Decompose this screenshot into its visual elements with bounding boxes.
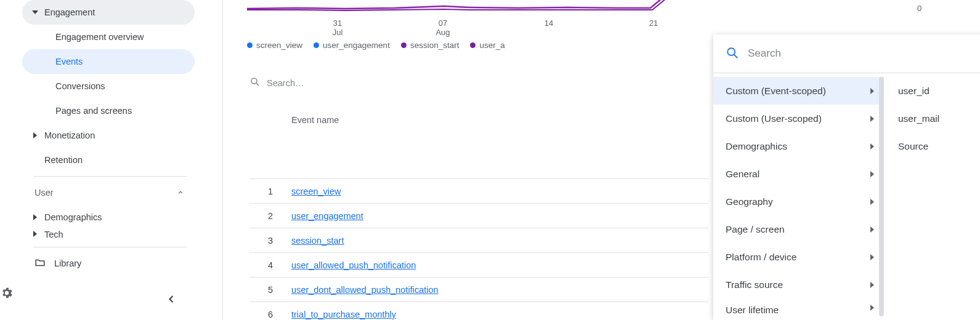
legend-dot-icon bbox=[470, 42, 476, 48]
sidebar-group-tech[interactable]: Tech bbox=[22, 230, 195, 243]
category-label: User lifetime bbox=[726, 305, 779, 316]
category-page-screen[interactable]: Page / screen bbox=[713, 215, 884, 243]
sidebar-item-events[interactable]: Events bbox=[22, 49, 195, 74]
sidebar-item-conversions[interactable]: Conversions bbox=[22, 74, 195, 98]
event-link[interactable]: trial_to_purchase_monthly bbox=[291, 310, 396, 319]
folder-icon bbox=[34, 257, 46, 270]
legend-item[interactable]: user_engagement bbox=[314, 41, 390, 50]
sidebar-item-retention[interactable]: Retention bbox=[22, 148, 195, 172]
dimension-source[interactable]: Source bbox=[885, 132, 980, 160]
search-icon bbox=[726, 46, 739, 62]
dimension-user-mail[interactable]: user_mail bbox=[885, 105, 980, 132]
legend-item[interactable]: user_a bbox=[470, 41, 504, 50]
category-label: Custom (Event-scoped) bbox=[726, 86, 826, 97]
category-platform-device[interactable]: Platform / device bbox=[713, 243, 884, 271]
chevron-right-icon bbox=[869, 305, 875, 311]
collapse-sidebar-button[interactable] bbox=[165, 293, 180, 308]
dimension-user-id[interactable]: user_id bbox=[885, 77, 980, 105]
svg-point-2 bbox=[727, 48, 735, 55]
chevron-right-icon bbox=[869, 226, 875, 233]
chevron-right-icon bbox=[869, 116, 875, 122]
popover-search-input[interactable] bbox=[748, 47, 980, 60]
chevron-right-icon bbox=[869, 171, 875, 177]
table-search bbox=[249, 76, 705, 89]
category-label: Geography bbox=[726, 196, 773, 207]
x-tick: 21 bbox=[649, 18, 658, 28]
chevron-right-icon bbox=[869, 199, 875, 205]
row-index: 2 bbox=[249, 211, 286, 221]
sidebar-item-label: Library bbox=[54, 258, 81, 268]
table-row: 2 user_engagement bbox=[249, 204, 708, 228]
column-header-event-name[interactable]: Event name bbox=[286, 115, 708, 125]
legend-label: screen_view bbox=[256, 41, 302, 50]
sidebar-group-label: Monetization bbox=[44, 130, 95, 140]
chevron-right-icon bbox=[869, 143, 875, 150]
row-index: 3 bbox=[249, 236, 286, 246]
caret-down-icon bbox=[26, 9, 44, 15]
popover-search-row bbox=[713, 34, 980, 73]
category-general[interactable]: General bbox=[713, 160, 884, 188]
event-link[interactable]: screen_view bbox=[291, 186, 341, 196]
table-row: 1 screen_view bbox=[249, 179, 708, 204]
caret-right-icon bbox=[26, 214, 44, 220]
event-link[interactable]: user_allowed_push_notification bbox=[291, 260, 416, 270]
main-content: 31Jul 07Aug 14 21 0 0 50K 100K 150 scree… bbox=[224, 0, 980, 320]
legend-item[interactable]: screen_view bbox=[247, 41, 302, 50]
legend-dot-icon bbox=[247, 42, 253, 48]
category-label: General bbox=[726, 169, 759, 180]
legend-dot-icon bbox=[314, 42, 319, 48]
chevron-right-icon bbox=[869, 254, 875, 260]
dimension-picker-popover: Custom (Event-scoped) Custom (User-scope… bbox=[713, 34, 980, 320]
sidebar-group-engagement[interactable]: Engagement bbox=[22, 0, 195, 25]
category-label: Traffic source bbox=[726, 279, 783, 290]
x-tick: 07Aug bbox=[435, 18, 450, 37]
category-label: Platform / device bbox=[726, 252, 796, 263]
table-row: 4 user_allowed_push_notification bbox=[249, 253, 708, 278]
sidebar-group-demographics[interactable]: Demographics bbox=[22, 205, 195, 230]
sidebar-section-user[interactable]: User bbox=[22, 180, 195, 205]
sidebar-group-monetization[interactable]: Monetization bbox=[22, 123, 195, 148]
scrollbar[interactable] bbox=[879, 77, 884, 316]
sidebar-group-label: Engagement bbox=[44, 7, 95, 17]
svg-point-0 bbox=[251, 78, 257, 84]
legend-dot-icon bbox=[401, 42, 407, 48]
gear-icon[interactable] bbox=[0, 286, 14, 300]
chevron-up-icon bbox=[176, 188, 185, 197]
chevron-right-icon bbox=[869, 88, 875, 94]
sidebar-item-library[interactable]: Library bbox=[22, 251, 195, 276]
table-row: 3 session_start bbox=[249, 228, 708, 253]
category-user-lifetime[interactable]: User lifetime bbox=[713, 298, 884, 318]
category-custom-event[interactable]: Custom (Event-scoped) bbox=[713, 77, 884, 105]
divider bbox=[33, 247, 187, 247]
category-geography[interactable]: Geography bbox=[713, 188, 884, 215]
sidebar-item-pages-screens[interactable]: Pages and screens bbox=[22, 98, 195, 123]
category-list: Custom (Event-scoped) Custom (User-scope… bbox=[713, 73, 885, 320]
caret-right-icon bbox=[26, 231, 44, 237]
row-index: 4 bbox=[249, 260, 286, 270]
table-search-input[interactable] bbox=[267, 78, 636, 88]
legend-label: session_start bbox=[410, 41, 460, 50]
chevron-right-icon bbox=[869, 282, 875, 288]
category-traffic-source[interactable]: Traffic source bbox=[713, 271, 884, 298]
svg-line-3 bbox=[734, 54, 738, 58]
event-link[interactable]: user_dont_allowed_push_notification bbox=[291, 285, 439, 295]
table-row: 6 trial_to_purchase_monthly bbox=[249, 302, 708, 320]
sidebar-section-label: User bbox=[34, 188, 54, 198]
dimension-list: user_id user_mail Source bbox=[885, 73, 980, 320]
category-demographics[interactable]: Demographics bbox=[713, 132, 884, 160]
category-custom-user[interactable]: Custom (User-scoped) bbox=[713, 105, 884, 132]
x-tick: 31Jul bbox=[333, 18, 343, 37]
row-index: 1 bbox=[249, 186, 286, 196]
x-tick: 14 bbox=[545, 18, 553, 28]
event-link[interactable]: session_start bbox=[291, 236, 344, 246]
svg-line-1 bbox=[256, 83, 259, 86]
sidebar-item-engagement-overview[interactable]: Engagement overview bbox=[22, 25, 195, 49]
sidebar: Engagement Engagement overview Events Co… bbox=[0, 0, 223, 320]
event-link[interactable]: user_engagement bbox=[291, 211, 363, 221]
legend-label: user_a bbox=[479, 41, 504, 50]
legend-item[interactable]: session_start bbox=[401, 41, 460, 50]
sidebar-group-label: Tech bbox=[44, 230, 63, 239]
y-tick: 0 bbox=[917, 4, 921, 13]
table-row: 5 user_dont_allowed_push_notification bbox=[249, 278, 708, 302]
sidebar-group-label: Demographics bbox=[44, 212, 102, 222]
